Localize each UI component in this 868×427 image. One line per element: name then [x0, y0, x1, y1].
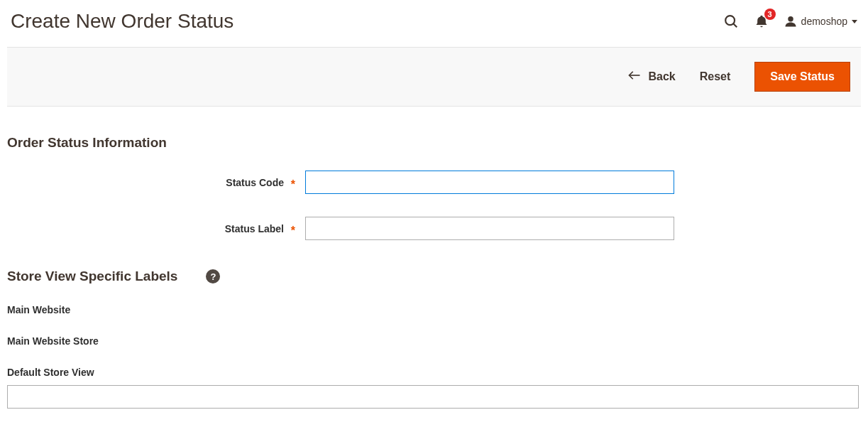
chevron-down-icon	[852, 20, 857, 23]
reset-button[interactable]: Reset	[700, 70, 731, 83]
status-label-input[interactable]	[305, 217, 674, 240]
store-labels-heading: Store View Specific Labels	[7, 269, 177, 284]
status-code-input[interactable]	[305, 171, 674, 194]
user-icon	[784, 15, 797, 28]
store-view-input[interactable]	[7, 385, 859, 409]
reset-button-label: Reset	[700, 70, 731, 83]
store-label: Main Website Store	[7, 335, 861, 347]
user-menu[interactable]: demoshop	[784, 15, 857, 28]
store-view-label: Default Store View	[7, 367, 861, 378]
notifications-button[interactable]: 3	[754, 13, 769, 29]
back-button-label: Back	[648, 70, 675, 83]
svg-point-2	[788, 16, 793, 22]
search-icon[interactable]	[723, 13, 739, 29]
page-title: Create New Order Status	[11, 10, 234, 33]
actions-toolbar: Back Reset Save Status	[7, 47, 861, 107]
status-label-label: Status Label	[7, 223, 305, 234]
notification-count-badge: 3	[764, 9, 776, 20]
order-status-info-heading: Order Status Information	[7, 135, 861, 151]
help-icon[interactable]: ?	[206, 269, 220, 283]
back-button[interactable]: Back	[628, 70, 675, 83]
svg-line-1	[733, 23, 737, 27]
svg-point-0	[725, 16, 735, 25]
arrow-left-icon	[628, 70, 641, 83]
website-label: Main Website	[7, 304, 861, 315]
username-label: demoshop	[801, 16, 847, 27]
status-code-label: Status Code	[7, 177, 305, 188]
save-status-button[interactable]: Save Status	[754, 62, 850, 92]
